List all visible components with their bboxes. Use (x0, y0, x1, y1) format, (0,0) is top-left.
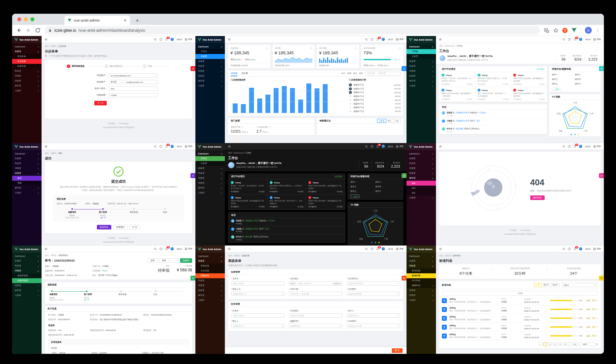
menu-item[interactable]: 小组件∨ (195, 83, 225, 88)
app-logo[interactable]: Vue Antd Admin (195, 36, 225, 43)
next-step-button[interactable]: 下一步 (94, 101, 107, 105)
menu-item[interactable]: 分析页 (407, 54, 436, 59)
user-avatar[interactable] (171, 145, 174, 148)
user-avatar[interactable] (579, 38, 582, 41)
menu-item[interactable]: Dashboard∧ (195, 44, 225, 49)
page-button[interactable]: 2 (548, 342, 552, 346)
menu-item[interactable]: Dashboard∨ (407, 254, 436, 259)
help-icon[interactable] (159, 38, 162, 41)
language-switcher[interactable]: 简体 (185, 145, 192, 148)
app-logo[interactable]: Vue Antd Admin (407, 143, 436, 150)
menu-item[interactable]: 小组件∨ (195, 191, 225, 195)
menu-item[interactable]: 卡片列表 (407, 278, 436, 283)
quick-op-link[interactable]: 操作六 (375, 190, 400, 193)
language-switcher[interactable]: 简体 (185, 38, 192, 41)
menu-item[interactable]: 小组件∨ (195, 298, 225, 303)
help-icon[interactable] (568, 145, 571, 148)
username[interactable]: JACK (176, 145, 182, 148)
more-link[interactable]: 更多 ∨ (592, 308, 598, 311)
range-shortcut[interactable]: 今日 (341, 72, 345, 75)
username[interactable]: JACK (388, 145, 393, 148)
page-button[interactable]: 3 (553, 342, 557, 346)
page-button[interactable]: 4 (558, 342, 562, 346)
footer-link-ant[interactable]: Ant Design (119, 237, 129, 239)
search-icon[interactable] (562, 38, 565, 41)
menu-item[interactable]: 详情页∨ (195, 176, 225, 181)
help-icon[interactable] (159, 145, 162, 148)
search-icon[interactable] (365, 247, 368, 250)
menu-item[interactable]: 详情页∨ (195, 283, 225, 288)
address-bar[interactable]: iczer.gitee.io/vue-antd-admin/#/dashboar… (45, 26, 540, 34)
theme-settings-button[interactable] (402, 173, 407, 178)
menu-item[interactable]: 工作台 (195, 156, 225, 161)
menu-item[interactable]: 列表页∨ (195, 64, 225, 69)
menu-item[interactable]: 工作台 (195, 49, 225, 54)
menu-item[interactable]: 异常页∨ (12, 288, 42, 293)
add-quick-nav-button[interactable]: + 添加 (351, 194, 360, 198)
menu-item[interactable]: 列表页∨ (407, 64, 436, 69)
menu-item[interactable]: Dashboard∧ (407, 44, 436, 49)
search-icon[interactable] (562, 145, 565, 148)
language-switcher[interactable]: 简体 (185, 247, 192, 250)
menu-item[interactable]: 异常页∧ (407, 176, 436, 181)
app-logo[interactable]: Vue Antd Admin (407, 246, 436, 253)
help-icon[interactable] (371, 38, 373, 41)
project-item[interactable]: AAlipay 城镇中有那么多的酒馆，她却偏偏走进了我的酒馆 科学搬砖组9小时前 (306, 179, 345, 194)
menu-item[interactable]: 结果页∨ (195, 288, 225, 293)
language-switcher[interactable]: 简体 (593, 38, 601, 41)
list-filter[interactable]: 全部 (534, 283, 542, 287)
menu-item[interactable]: 基础详情页 (12, 273, 42, 278)
username[interactable]: JACK (176, 248, 182, 250)
menu-item[interactable]: 基础表单 (195, 264, 225, 268)
menu-item[interactable]: 表单页∧ (12, 49, 42, 54)
page-button[interactable]: 1 (543, 342, 547, 346)
menu-trigger-icon[interactable] (45, 145, 47, 148)
theme-settings-button[interactable] (599, 66, 604, 71)
username[interactable]: JACK (176, 38, 182, 41)
menu-item[interactable]: 表单页∨ (12, 259, 42, 264)
back-home-button[interactable]: 返回首页 (530, 195, 545, 200)
menu-item[interactable]: Dashboard∧ (195, 151, 225, 156)
menu-item[interactable]: 小组件∨ (12, 293, 42, 298)
project-item[interactable]: 支Alipay 那是一种内在的东西，他们到达不了，也无法触及的 科学搬砖组9小时… (267, 194, 306, 209)
menu-trigger-icon[interactable] (439, 247, 442, 250)
username[interactable]: JACK (585, 248, 590, 250)
notification-bell[interactable]: 12 (376, 38, 379, 41)
menu-item[interactable]: 结果页∨ (12, 79, 42, 83)
quick-op-link[interactable]: 操作一 (552, 73, 575, 76)
project-item[interactable]: AAlipay 城镇中有那么多的酒馆，她却偏偏走进了我的酒馆 科学搬砖组9小时前 (306, 194, 345, 209)
help-icon[interactable] (568, 38, 571, 41)
username[interactable]: JACK (388, 38, 393, 41)
theme-settings-button[interactable] (599, 173, 604, 178)
field-input[interactable] (347, 282, 396, 284)
help-icon[interactable] (568, 247, 571, 250)
page-button[interactable]: 10 (573, 342, 577, 346)
menu-item[interactable]: 异常页∨ (12, 83, 42, 88)
field-input[interactable] (289, 315, 342, 317)
user-avatar[interactable] (382, 145, 385, 148)
all-projects-link[interactable]: 全部项目 (335, 175, 342, 178)
menu-trigger-icon[interactable] (439, 145, 442, 148)
app-logo[interactable]: Vue Antd Admin (195, 246, 225, 253)
username[interactable]: JACK (585, 145, 590, 148)
field-input[interactable] (347, 293, 396, 295)
theme-settings-button[interactable] (599, 276, 604, 281)
project-item[interactable]: 支Alipay 城镇中有那么多的酒馆，她却偏偏走进了我的酒馆 科学搬砖组9小时前 (228, 194, 267, 209)
menu-item[interactable]: 表单页∨ (407, 156, 436, 161)
menu-item[interactable]: 表单页∨ (195, 59, 225, 64)
page-button[interactable]: ‹ (538, 342, 542, 346)
menu-item[interactable]: 详情页∧ (12, 268, 42, 273)
project-item[interactable]: 支Alipay 城镇中有那么多的酒馆，她却偏偏走进了我的酒馆 科学搬砖组9小时前 (439, 87, 475, 102)
search-icon[interactable] (154, 145, 157, 148)
help-icon[interactable] (159, 247, 162, 250)
menu-item[interactable]: 表单页∧ (195, 259, 225, 264)
language-switcher[interactable]: 简体 (593, 247, 601, 250)
menu-item[interactable]: 标准列表 (407, 273, 436, 278)
user-avatar[interactable] (579, 247, 582, 250)
payee-type-select[interactable]: 支付宝 (109, 80, 123, 84)
payee-name-input[interactable]: Alex (109, 86, 158, 91)
range-shortcut[interactable]: 本周 (347, 72, 351, 75)
quick-op-link[interactable]: 操作四 (375, 185, 400, 188)
quick-op-link[interactable]: 操作四 (575, 78, 598, 81)
payee-account-input[interactable]: test@example.com (124, 80, 158, 84)
